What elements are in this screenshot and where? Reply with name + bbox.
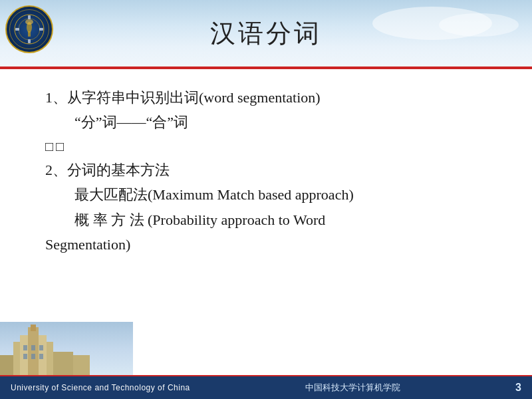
footer-institute-text: 中国科技大学计算机学院 (305, 382, 400, 394)
content-line-6: 概 率 方 法 (Probability approach to Word (45, 207, 500, 232)
svg-rect-17 (31, 354, 35, 359)
footer-page-number: 3 (515, 382, 521, 394)
footer-university-text: University of Science and Technology of … (11, 383, 190, 392)
content-line-2: “分”词——“合”词 (45, 110, 500, 134)
footer-bar: University of Science and Technology of … (0, 376, 532, 399)
building-svg (0, 322, 133, 375)
slide-title: 汉语分词 (210, 17, 322, 51)
footer-building-image (0, 322, 133, 375)
content-line-3: □□ (45, 135, 500, 158)
content-line-1: 1、从字符串中识别出词(word segmentation) (45, 85, 500, 110)
svg-rect-13 (23, 345, 27, 350)
svg-rect-11 (28, 327, 39, 375)
svg-rect-15 (39, 345, 43, 350)
svg-rect-14 (31, 345, 35, 350)
svg-rect-16 (23, 354, 27, 359)
content-line-5: 最大匹配法(Maximum Match based approach) (45, 182, 500, 207)
content-line-4: 2、分词的基本方法 (45, 158, 500, 182)
svg-rect-12 (31, 325, 36, 331)
svg-rect-19 (53, 352, 73, 375)
svg-rect-21 (0, 355, 13, 375)
slide-header: 汉语分词 (0, 0, 532, 66)
svg-rect-18 (39, 354, 43, 359)
university-logo (5, 5, 59, 59)
content-line-7: Segmentation) (45, 232, 500, 257)
svg-rect-20 (73, 355, 90, 375)
